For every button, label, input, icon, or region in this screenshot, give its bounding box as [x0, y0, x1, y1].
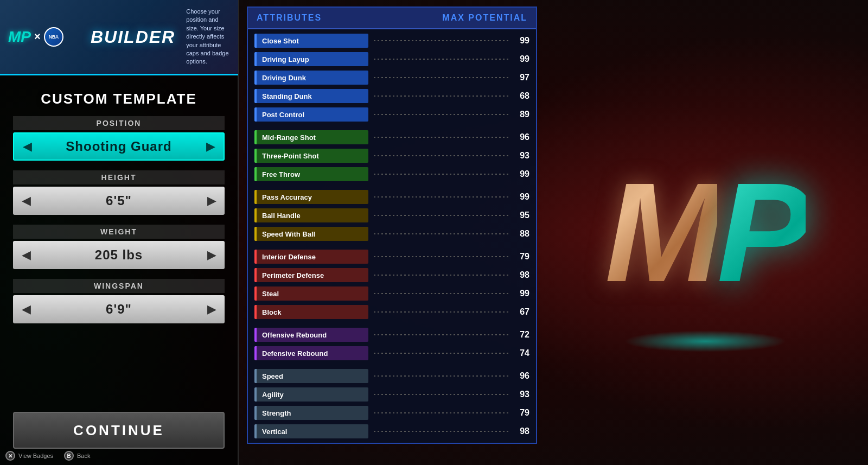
wingspan-label: WINGSPAN — [13, 279, 225, 293]
attr-name-pass-accuracy: Pass Accuracy — [254, 190, 368, 204]
attr-value: 68 — [514, 91, 529, 101]
attr-dots — [374, 40, 509, 41]
attr-row: Vertical98 — [248, 422, 536, 441]
attr-value: 98 — [514, 270, 529, 280]
height-value: 6'5" — [39, 193, 199, 208]
height-label: HEIGHT — [13, 170, 225, 184]
header-description: Choose your position and size. Your size… — [186, 8, 229, 66]
attr-dots — [374, 196, 509, 198]
attr-name-offensive-rebound: Offensive Rebound — [254, 328, 368, 342]
attr-row: Speed With Ball88 — [248, 225, 536, 243]
position-left-arrow[interactable]: ◀ — [14, 132, 40, 161]
x-button-icon: ✕ — [5, 451, 15, 461]
attr-dots — [374, 431, 509, 432]
attr-row: Strength79 — [248, 404, 536, 422]
attr-dots — [374, 155, 509, 156]
attr-row: Pass Accuracy99 — [248, 188, 536, 206]
height-left-arrow[interactable]: ◀ — [13, 187, 39, 215]
hint-back: B Back — [64, 451, 90, 461]
height-selector-row: ◀ 6'5" ▶ — [13, 187, 225, 215]
attr-col-header-max: MAX POTENTIAL — [442, 13, 527, 23]
attr-value: 99 — [514, 36, 529, 46]
attr-row: Mid-Range Shot96 — [248, 128, 536, 146]
builder-label: BUILDER — [91, 28, 175, 46]
attr-divider-13 — [248, 243, 536, 247]
attr-name-ball-handle: Ball Handle — [254, 208, 368, 222]
attr-name-driving-layup: Driving Layup — [254, 52, 368, 66]
attr-value: 99 — [514, 169, 529, 179]
attr-value: 88 — [514, 229, 529, 239]
attr-row: Ball Handle95 — [248, 206, 536, 225]
attr-row: Close Shot99 — [248, 31, 536, 50]
position-label: POSITION — [13, 116, 225, 130]
continue-button[interactable]: CONTINUE — [13, 412, 225, 449]
attr-dots — [374, 137, 509, 138]
attr-row: Steal99 — [248, 284, 536, 303]
attr-name-steal: Steal — [254, 286, 368, 301]
attr-name-defensive-rebound: Defensive Rebound — [254, 346, 368, 360]
attr-name-agility: Agility — [254, 387, 368, 402]
attr-divider-9 — [248, 183, 536, 188]
nba-badge: NBA — [44, 27, 63, 47]
attr-header: ATTRIBUTES MAX POTENTIAL — [248, 8, 536, 29]
wingspan-selector-row: ◀ 6'9" ▶ — [13, 295, 225, 323]
attr-row: Standing Dunk68 — [248, 87, 536, 105]
attr-dots — [374, 275, 509, 276]
attr-divider-21 — [248, 362, 536, 367]
wingspan-selector-group: WINGSPAN ◀ 6'9" ▶ — [13, 279, 225, 323]
attr-value: 96 — [514, 132, 529, 142]
builder-text-group: BUILDER — [91, 28, 175, 46]
position-value: Shooting Guard — [40, 139, 197, 154]
attr-dots — [374, 114, 509, 115]
mp-logo: MP — [605, 151, 806, 314]
attr-row: Speed96 — [248, 367, 536, 385]
mp-p-letter: P — [717, 151, 806, 314]
attr-name-speed: Speed — [254, 369, 368, 383]
wingspan-left-arrow[interactable]: ◀ — [13, 295, 39, 323]
height-right-arrow[interactable]: ▶ — [199, 187, 225, 215]
attr-value: 99 — [514, 54, 529, 64]
weight-left-arrow[interactable]: ◀ — [13, 241, 39, 269]
attr-list: Close Shot99Driving Layup99Driving Dunk9… — [248, 29, 536, 443]
mp-m-letter: M — [605, 151, 717, 314]
attr-dots — [374, 215, 509, 216]
attr-value: 89 — [514, 110, 529, 119]
weight-right-arrow[interactable]: ▶ — [199, 241, 225, 269]
attr-value: 98 — [514, 426, 529, 436]
weight-selector-group: WEIGHT ◀ 205 lbs ▶ — [13, 225, 225, 269]
attr-row: Block67 — [248, 303, 536, 321]
attr-value: 99 — [514, 192, 529, 202]
attr-row: Agility93 — [248, 385, 536, 404]
attr-row: Post Control89 — [248, 105, 536, 124]
attr-row: Free Throw99 — [248, 165, 536, 183]
x-separator: × — [34, 30, 41, 43]
attr-value: 79 — [514, 252, 529, 262]
custom-template-title: CUSTOM TEMPLATE — [41, 91, 197, 107]
hint-back-label: Back — [77, 453, 90, 459]
attr-dots — [374, 174, 509, 175]
attr-name-driving-dunk: Driving Dunk — [254, 71, 368, 85]
attr-dots — [374, 95, 509, 97]
attr-name-vertical: Vertical — [254, 424, 368, 438]
attr-dots — [374, 59, 509, 60]
continue-button-label: CONTINUE — [73, 422, 164, 439]
attr-value: 74 — [514, 348, 529, 358]
attr-name-three-point-shot: Three-Point Shot — [254, 149, 368, 163]
attr-name-speed-with-ball: Speed With Ball — [254, 227, 368, 241]
height-selector-group: HEIGHT ◀ 6'5" ▶ — [13, 170, 225, 215]
attr-dots — [374, 293, 509, 294]
attr-value: 93 — [514, 390, 529, 399]
attr-value: 72 — [514, 330, 529, 340]
attr-value: 93 — [514, 151, 529, 161]
attr-dots — [374, 394, 509, 395]
bottom-hints: ✕ View Badges B Back — [5, 451, 90, 461]
position-right-arrow[interactable]: ▶ — [197, 132, 224, 161]
weight-label: WEIGHT — [13, 225, 225, 239]
attr-name-strength: Strength — [254, 406, 368, 420]
mp-logo-glow — [624, 330, 787, 352]
attr-name-standing-dunk: Standing Dunk — [254, 89, 368, 103]
position-selector-group: POSITION ◀ Shooting Guard ▶ — [13, 116, 225, 161]
wingspan-right-arrow[interactable]: ▶ — [199, 295, 225, 323]
wingspan-value: 6'9" — [39, 302, 199, 317]
attr-divider-5 — [248, 124, 536, 128]
